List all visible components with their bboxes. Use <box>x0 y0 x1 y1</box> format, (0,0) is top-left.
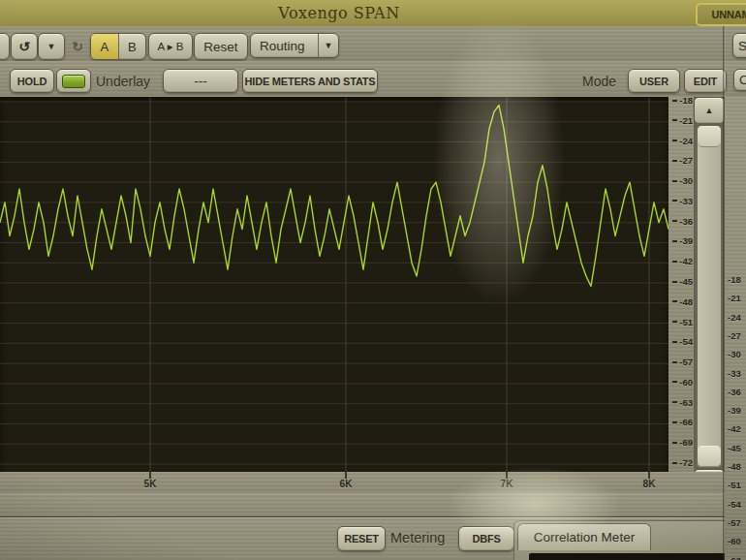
main-toolbar: ↺ ▼ ↻ A B A ▸ B Reset Routing ▼ S <box>0 26 746 62</box>
dbfs-select-button[interactable]: DBFS <box>458 526 514 551</box>
hold-button[interactable]: HOLD <box>10 69 54 93</box>
right-meter-scale-partial: -18-21-24-27-30-33-36-39-42-45-48-51-54-… <box>725 97 746 560</box>
preset-button[interactable]: UNNAMED <box>696 3 746 26</box>
up-arrow-icon: ▲ <box>705 107 714 115</box>
db-tick <box>672 321 677 323</box>
title-bar: Voxengo SPAN UNNAMED <box>0 0 746 27</box>
db-scale-label: -39 <box>672 235 693 246</box>
db-scale-label: -33 <box>672 196 693 206</box>
db-tick <box>672 140 677 141</box>
db-scale-label: -57 <box>672 357 693 367</box>
right-meter-label: -30 <box>728 349 741 359</box>
db-scale-label: -36 <box>672 216 693 227</box>
vthumb-top-grip[interactable] <box>698 126 721 147</box>
db-tick <box>672 361 677 363</box>
history-dropdown-button[interactable]: ▼ <box>38 33 65 60</box>
db-scale-label: -24 <box>672 136 693 146</box>
correlation-meter-tab-label: Correlation Meter <box>534 530 635 544</box>
hide-meters-button[interactable]: HIDE METERS AND STATS <box>242 69 378 93</box>
db-tick <box>672 401 677 403</box>
db-tick <box>672 119 677 121</box>
meters-reset-button[interactable]: RESET <box>337 526 386 551</box>
window-title: Voxengo SPAN <box>242 4 436 22</box>
db-scale-label: -27 <box>672 155 693 166</box>
metering-label: Metering <box>390 530 445 545</box>
db-tick <box>672 180 677 182</box>
spectrum-display[interactable] <box>0 97 668 473</box>
right-meter-label: -51 <box>728 480 741 490</box>
ab-toggle-b[interactable]: B <box>118 34 146 59</box>
right-meter-label: -48 <box>728 461 741 472</box>
undo-button[interactable]: ↺ <box>11 33 38 60</box>
routing-label: Routing <box>260 39 305 53</box>
right-meter-label: -54 <box>728 499 741 510</box>
scroll-up-button[interactable]: ▲ <box>694 97 725 124</box>
hscroll-row: ▶ ◆ <box>0 493 746 517</box>
db-scale-label: -42 <box>672 256 693 266</box>
freq-tick <box>648 472 650 479</box>
right-meter-label: -42 <box>728 423 741 434</box>
redo-icon: ↻ <box>72 40 83 53</box>
db-scale-label: -48 <box>672 296 693 307</box>
freq-tick <box>149 472 151 479</box>
right-meter-label: -36 <box>728 387 741 397</box>
freq-label: 6K <box>333 479 358 489</box>
db-tick <box>672 300 677 302</box>
right-meter-label: -24 <box>728 312 741 323</box>
db-scale-label: -18 <box>672 95 693 106</box>
ab-compare-toggle: A B <box>90 33 146 60</box>
redo-button-disabled: ↻ <box>65 33 90 60</box>
db-tick <box>672 281 677 283</box>
db-tick <box>672 421 677 423</box>
reset-button[interactable]: Reset <box>194 33 248 60</box>
right-panel-button-partial[interactable]: O <box>733 69 746 91</box>
voxengo-span-window: Voxengo SPAN UNNAMED ↺ ▼ ↻ A B A ▸ B Res… <box>0 0 746 560</box>
db-scale-label: -54 <box>672 336 693 347</box>
db-scale-label: -66 <box>672 417 693 427</box>
right-meter-label: -33 <box>728 368 741 379</box>
db-scale-label: -30 <box>672 175 693 186</box>
db-tick <box>672 200 677 202</box>
right-meter-label: -63 <box>728 555 741 560</box>
hold-led-button[interactable] <box>56 69 91 93</box>
green-led-icon <box>62 75 85 88</box>
edit-mode-button[interactable]: EDIT <box>684 69 727 93</box>
right-meter-label: -18 <box>728 274 741 285</box>
db-scale-label: -21 <box>672 115 693 126</box>
db-tick <box>672 462 677 464</box>
db-scale-label: -45 <box>672 276 693 287</box>
db-tick <box>672 160 677 162</box>
controls-toolbar: HOLD Underlay --- HIDE METERS AND STATS … <box>0 61 746 98</box>
settings-button-partial[interactable]: S <box>732 33 746 58</box>
db-tick <box>672 442 677 444</box>
db-tick <box>672 100 677 102</box>
freq-label: 7K <box>494 479 519 489</box>
db-tick <box>672 240 677 242</box>
freq-tick <box>345 472 347 479</box>
vthumb-bottom-grip[interactable] <box>698 446 721 467</box>
db-tick <box>672 341 677 343</box>
db-tick <box>672 220 677 222</box>
db-scale-label: -63 <box>672 397 693 408</box>
routing-button[interactable]: Routing ▼ <box>250 33 339 58</box>
routing-dropdown[interactable]: ▼ <box>318 34 338 57</box>
underlay-select[interactable]: --- <box>163 69 238 93</box>
mode-label: Mode <box>582 74 616 89</box>
correlation-meter-tab[interactable]: Correlation Meter <box>517 523 651 550</box>
right-meter-label: -27 <box>728 330 741 341</box>
user-mode-button[interactable]: USER <box>628 69 680 93</box>
right-meter-label: -45 <box>728 443 741 453</box>
undo-icon: ↺ <box>18 40 30 53</box>
ab-toggle-a[interactable]: A <box>91 34 118 59</box>
db-scale-label: -69 <box>672 437 693 448</box>
spectrum-curve <box>0 106 668 287</box>
db-scale-label: -51 <box>672 317 693 327</box>
clipped-left-button[interactable] <box>0 33 10 60</box>
right-meter-label: -39 <box>728 405 741 416</box>
vertical-scrollbar[interactable] <box>694 123 725 470</box>
spectrum-chart <box>0 98 668 473</box>
chevron-down-icon: ▼ <box>325 42 333 50</box>
vertical-scrollbar-thumb[interactable] <box>697 125 722 468</box>
db-scale: -18-21-24-27-30-33-36-39-42-45-48-51-54-… <box>668 97 694 472</box>
copy-a-to-b-button[interactable]: A ▸ B <box>148 33 193 60</box>
